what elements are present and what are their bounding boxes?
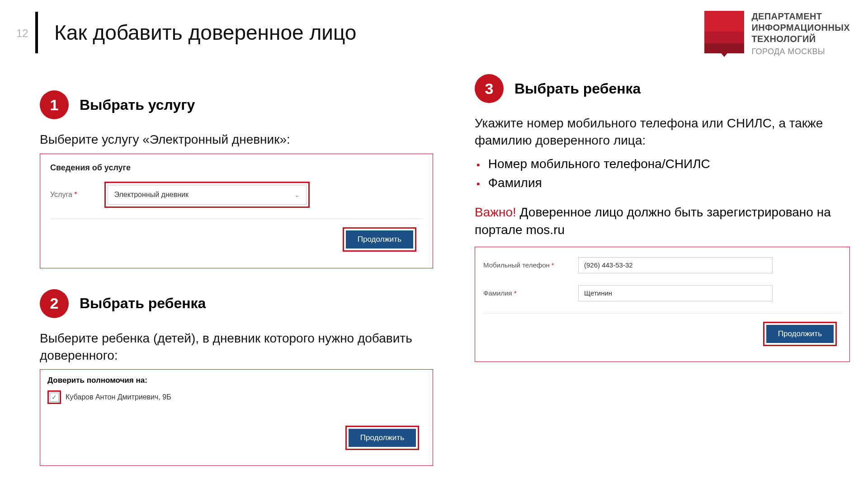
dept-line: ТЕХНОЛОГИЙ	[751, 33, 850, 45]
service-select-highlight: Электронный дневник ⌄	[104, 182, 310, 208]
phone-input[interactable]: (926) 443-53-32	[578, 257, 773, 273]
step3-bullets: Номер мобильного телефона/СНИЛС Фамилия	[475, 155, 850, 192]
dept-line: ДЕПАРТАМЕНТ	[751, 11, 850, 22]
step2-panel: Доверить полномочия на: ✓ Кубаров Антон …	[40, 369, 433, 466]
important-label: Важно!	[475, 205, 516, 219]
required-star: *	[74, 191, 77, 198]
child-row: ✓ Кубаров Антон Дмитриевич, 9Б	[47, 390, 425, 404]
required-star: *	[514, 290, 516, 297]
delegate-title: Доверить полномочия на:	[47, 376, 425, 385]
important-text: Доверенное лицо должно быть зарегистриро…	[475, 205, 831, 237]
dept-line: ГОРОДА МОСКВЫ	[751, 47, 850, 57]
continue-button[interactable]: Продолжить	[766, 325, 834, 343]
child-name: Кубаров Антон Дмитриевич, 9Б	[66, 393, 171, 401]
divider	[483, 313, 843, 314]
department-block: ДЕПАРТАМЕНТ ИНФОРМАЦИОННЫХ ТЕХНОЛОГИЙ ГО…	[704, 11, 850, 57]
department-text: ДЕПАРТАМЕНТ ИНФОРМАЦИОННЫХ ТЕХНОЛОГИЙ ГО…	[751, 11, 850, 57]
continue-highlight: Продолжить	[345, 426, 419, 450]
step2-title: Выбрать ребенка	[80, 295, 206, 312]
step3-header: 3 Выбрать ребенка	[475, 74, 850, 103]
step-badge-3: 3	[475, 74, 504, 103]
step3-desc: Укажите номер мобильного телефона или СН…	[475, 115, 850, 149]
page-title: Как добавить доверенное лицо	[54, 20, 356, 45]
phone-label: Мобильный телефон *	[483, 261, 578, 269]
title-bar: Как добавить доверенное лицо	[35, 12, 356, 53]
step2-desc: Выберите ребенка (детей), в дневник кото…	[40, 330, 433, 364]
checkbox-highlight: ✓	[47, 390, 61, 404]
divider	[50, 219, 423, 219]
surname-label-text: Фамилия	[483, 289, 512, 297]
important-note: Важно! Доверенное лицо должно быть зарег…	[475, 203, 850, 239]
step1-panel: Сведения об услуге Услуга * Электронный …	[40, 154, 433, 268]
continue-button[interactable]: Продолжить	[349, 429, 416, 447]
page-number: 12	[16, 27, 28, 40]
step-badge-1: 1	[40, 90, 69, 119]
continue-highlight: Продолжить	[763, 322, 837, 346]
required-star: *	[552, 262, 554, 269]
child-checkbox[interactable]: ✓	[50, 393, 59, 402]
step1-title: Выбрать услугу	[80, 97, 195, 113]
step-badge-2: 2	[40, 289, 69, 318]
service-field-label: Услуга *	[50, 191, 77, 199]
panel-label: Сведения об услуге	[50, 163, 423, 173]
bullet-item: Номер мобильного телефона/СНИЛС	[488, 155, 710, 174]
service-select[interactable]: Электронный дневник ⌄	[108, 185, 307, 205]
step3-panel: Мобильный телефон * (926) 443-53-32 Фами…	[475, 247, 850, 362]
chevron-down-icon: ⌄	[294, 191, 300, 198]
department-logo-icon	[704, 11, 744, 56]
dept-line: ИНФОРМАЦИОННЫХ	[751, 22, 850, 33]
step1-desc: Выберите услугу «Электронный дневник»:	[40, 131, 433, 148]
step2-header: 2 Выбрать ребенка	[40, 289, 433, 318]
step3-title: Выбрать ребенка	[514, 80, 641, 97]
step1-header: 1 Выбрать услугу	[40, 90, 433, 119]
continue-button[interactable]: Продолжить	[346, 230, 413, 249]
bullet-item: Фамилия	[488, 174, 542, 192]
service-select-value: Электронный дневник	[114, 191, 189, 199]
surname-input[interactable]: Щетинин	[578, 285, 773, 301]
surname-label: Фамилия *	[483, 289, 578, 297]
continue-highlight: Продолжить	[343, 227, 416, 252]
field-label-text: Услуга	[50, 191, 72, 198]
phone-label-text: Мобильный телефон	[483, 261, 550, 269]
